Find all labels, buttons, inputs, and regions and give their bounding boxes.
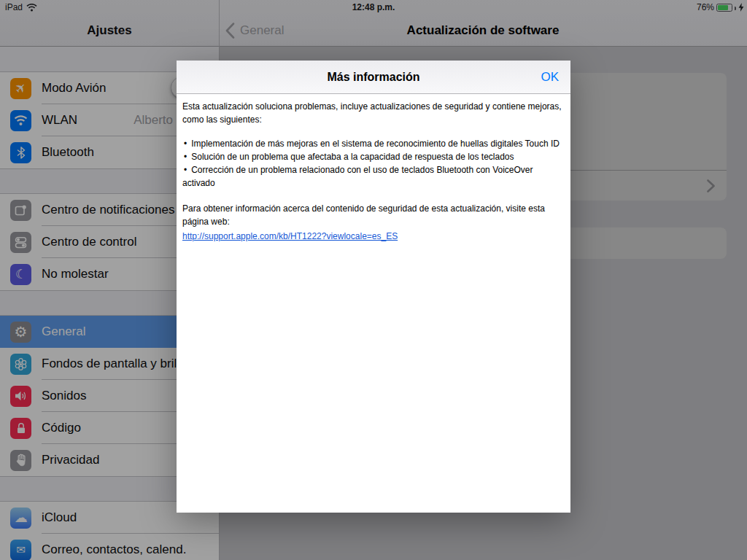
list-item: •Implementación de más mejoras en el sis… — [182, 137, 565, 150]
update-intro-text: Esta actualización soluciona problemas, … — [182, 100, 565, 126]
list-item: •Corrección de un problema relacionado c… — [182, 163, 565, 190]
ok-button[interactable]: OK — [541, 61, 559, 93]
modal-title: Más información — [177, 61, 570, 93]
update-bullet-list: •Implementación de más mejoras en el sis… — [182, 137, 565, 190]
security-note-text: Para obtener información acerca del cont… — [182, 202, 565, 228]
list-item: •Solución de un problema que afectaba a … — [182, 150, 565, 163]
modal-body: Esta actualización soluciona problemas, … — [177, 94, 570, 243]
security-info-link[interactable]: http://support.apple.com/kb/HT1222?viewl… — [182, 230, 398, 243]
modal-header: Más información OK — [177, 61, 570, 94]
more-info-modal: Más información OK Esta actualización so… — [177, 61, 570, 513]
ipad-settings-screen: iPad 12:48 p.m. 76% Ajustes General Actu… — [0, 0, 747, 560]
